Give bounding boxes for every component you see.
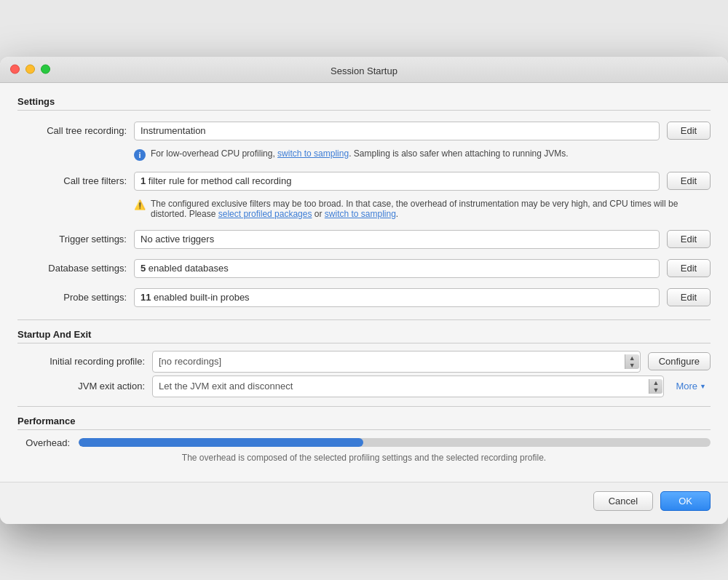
- call-tree-filters-section: Call tree filters: 1 filter rule for met…: [17, 168, 711, 194]
- overhead-progress-fill: [79, 438, 363, 447]
- more-arrow-icon: ▼: [700, 383, 706, 390]
- initial-recording-profile-select[interactable]: [no recordings] ▲▼: [152, 351, 641, 373]
- trigger-settings-edit-button[interactable]: Edit: [667, 230, 711, 248]
- initial-recording-profile-section: Initial recording profile: [no recording…: [17, 351, 711, 373]
- trigger-settings-value: No active triggers: [134, 230, 660, 249]
- call-tree-recording-info-text: For low-overhead CPU profiling, switch t…: [151, 148, 569, 159]
- ok-button[interactable]: OK: [660, 491, 711, 511]
- startup-section-header: Startup And Exit: [17, 329, 711, 343]
- trigger-settings-button-cell: Edit: [660, 226, 711, 253]
- initial-recording-profile-selected: [no recordings]: [159, 356, 221, 367]
- probe-settings-value: 11 enabled built-in probes: [134, 288, 660, 307]
- select-arrows-2: ▲▼: [649, 379, 663, 394]
- jvm-exit-action-section: JVM exit action: Let the JVM exit and di…: [17, 376, 711, 397]
- performance-section: Performance Overhead: The overhead is co…: [17, 416, 711, 469]
- initial-recording-profile-button-cell: Configure: [641, 351, 711, 373]
- trigger-settings-section: Trigger settings: No active triggers Edi…: [17, 226, 711, 253]
- dialog-window: Session Startup Settings Call tree recor…: [0, 57, 728, 524]
- overhead-label: Overhead:: [20, 437, 70, 448]
- call-tree-recording-edit-button[interactable]: Edit: [667, 122, 711, 140]
- probe-settings-edit-button[interactable]: Edit: [667, 288, 711, 306]
- call-tree-filters-label: Call tree filters:: [17, 168, 134, 194]
- title-bar: Session Startup: [0, 57, 728, 83]
- call-tree-recording-section: Call tree recording: Instrumentation Edi…: [17, 118, 711, 144]
- overhead-progress-bar: [79, 438, 711, 447]
- overhead-row: Overhead:: [17, 437, 711, 448]
- trigger-settings-label: Trigger settings:: [17, 226, 134, 253]
- call-tree-recording-label: Call tree recording:: [17, 118, 134, 144]
- warning-icon: ⚠️: [134, 199, 146, 211]
- jvm-exit-action-selected: Let the JVM exit and disconnect: [159, 381, 293, 392]
- dialog-title: Session Startup: [331, 65, 397, 76]
- dialog-content: Settings Call tree recording: Instrument…: [0, 83, 728, 482]
- call-tree-filters-warn: ⚠️ The configured exclusive filters may …: [134, 197, 711, 221]
- database-settings-button-cell: Edit: [660, 255, 711, 282]
- info-spacer-1: [17, 147, 134, 162]
- call-tree-recording-value-cell: Instrumentation: [134, 118, 660, 144]
- settings-section-header: Settings: [17, 96, 711, 111]
- trigger-settings-value-cell: No active triggers: [134, 226, 660, 253]
- call-tree-filters-value-cell: 1 filter rule for method call recording: [134, 168, 660, 194]
- select-profiled-packages-link[interactable]: select profiled packages: [218, 209, 312, 219]
- probe-settings-label: Probe settings:: [17, 285, 134, 311]
- overhead-description: The overhead is composed of the selected…: [17, 453, 711, 469]
- performance-section-header: Performance: [17, 416, 711, 430]
- initial-recording-profile-value-cell: [no recordings] ▲▼: [152, 351, 641, 373]
- divider-2: [17, 406, 711, 407]
- database-settings-label: Database settings:: [17, 255, 134, 282]
- call-tree-filters-warn-text: The configured exclusive filters may be …: [151, 199, 711, 219]
- configure-button[interactable]: Configure: [648, 352, 711, 370]
- probe-settings-value-cell: 11 enabled built-in probes: [134, 285, 660, 311]
- select-arrows-1: ▲▼: [625, 354, 639, 369]
- info-spacer-2: [17, 197, 134, 221]
- call-tree-filters-value: 1 filter rule for method call recording: [134, 172, 660, 191]
- initial-recording-profile-label: Initial recording profile:: [17, 351, 152, 373]
- more-button[interactable]: More ▼: [671, 378, 711, 394]
- probe-settings-section: Probe settings: 11 enabled built-in prob…: [17, 285, 711, 311]
- probe-settings-button-cell: Edit: [660, 285, 711, 311]
- maximize-button[interactable]: [41, 65, 50, 74]
- database-settings-value: 5 enabled databases: [134, 259, 660, 278]
- dialog-footer: Cancel OK: [0, 482, 728, 524]
- divider-1: [17, 319, 711, 320]
- jvm-exit-action-select[interactable]: Let the JVM exit and disconnect ▲▼: [152, 376, 664, 397]
- call-tree-recording-info-row: i For low-overhead CPU profiling, switch…: [17, 147, 711, 162]
- cancel-button[interactable]: Cancel: [593, 491, 653, 511]
- call-tree-filters-button-cell: Edit: [660, 168, 711, 194]
- info-icon: i: [134, 149, 146, 161]
- call-tree-recording-button-cell: Edit: [660, 118, 711, 144]
- jvm-exit-more-button-cell: More ▼: [664, 376, 711, 397]
- database-settings-edit-button[interactable]: Edit: [667, 259, 711, 277]
- title-bar-buttons: [10, 65, 50, 74]
- database-settings-value-cell: 5 enabled databases: [134, 255, 660, 282]
- minimize-button[interactable]: [25, 65, 35, 74]
- jvm-exit-action-label: JVM exit action:: [17, 376, 152, 397]
- call-tree-recording-info: i For low-overhead CPU profiling, switch…: [134, 147, 711, 162]
- switch-to-sampling-link-1[interactable]: switch to sampling: [277, 148, 349, 159]
- call-tree-filters-warn-row: ⚠️ The configured exclusive filters may …: [17, 197, 711, 221]
- call-tree-filters-edit-button[interactable]: Edit: [667, 172, 711, 190]
- database-settings-section: Database settings: 5 enabled databases E…: [17, 255, 711, 282]
- call-tree-recording-value: Instrumentation: [134, 122, 660, 140]
- jvm-exit-action-value-cell: Let the JVM exit and disconnect ▲▼: [152, 376, 664, 397]
- switch-to-sampling-link-2[interactable]: switch to sampling: [325, 209, 396, 219]
- close-button[interactable]: [10, 65, 20, 74]
